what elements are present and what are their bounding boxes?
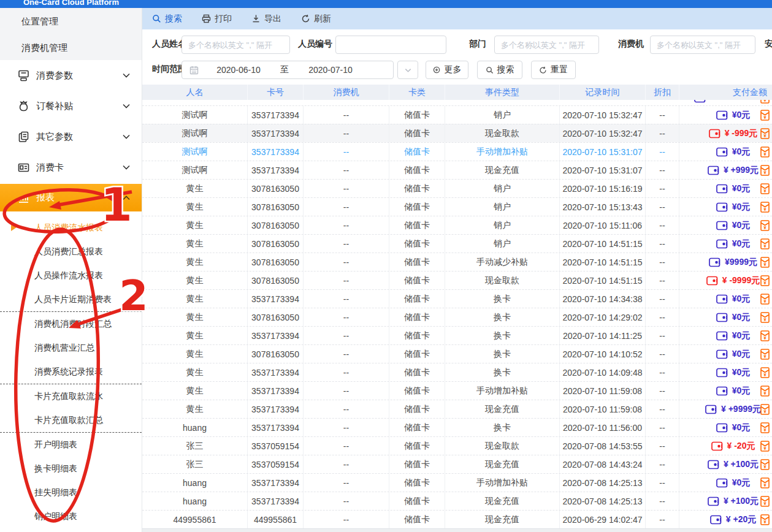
sidebar-item-consume-card[interactable]: 消费卡: [0, 152, 142, 183]
table-row[interactable]: 黄生 3537173394 -- 储值卡 手动增加补贴 2020-07-10 1…: [142, 381, 772, 400]
table-row[interactable]: huang 3537173394 -- 储值卡 换卡 2020-07-10 11…: [142, 418, 772, 436]
date-preset-dropdown-button[interactable]: [397, 61, 418, 79]
table-row[interactable]: 黄生 3537173394 -- 储值卡 换卡 2020-07-10 14:09…: [142, 363, 772, 381]
col-header-name[interactable]: 人名: [142, 85, 248, 100]
red-envelope-icon[interactable]: ¥: [760, 128, 770, 139]
col-header-event-type[interactable]: 事件类型: [445, 85, 560, 100]
table-row[interactable]: 黄生 3078163050 -- 储值卡 销户 2020-07-10 14:51…: [142, 234, 772, 253]
search-button[interactable]: 搜索: [477, 61, 522, 79]
table-row[interactable]: 黄生 3078163050 -- 储值卡 手动减少补贴 2020-07-10 1…: [142, 253, 772, 271]
col-header-card-type[interactable]: 卡类: [389, 85, 445, 100]
machine-input[interactable]: [650, 36, 755, 54]
red-envelope-icon[interactable]: ¥: [760, 496, 770, 507]
submenu-item[interactable]: 销户明细表: [0, 504, 142, 528]
table-row[interactable]: 测试啊 3537173394 -- 储值卡 手动增加补贴 2020-07-10 …: [142, 142, 772, 161]
toolbar-print-button[interactable]: 打印: [202, 13, 232, 25]
date-from-value[interactable]: 2020-06-10: [205, 65, 272, 75]
table-row[interactable]: 张三 3537059154 -- 储值卡 现金充值 2020-07-08 14:…: [142, 455, 772, 473]
sidebar-item-consume-params[interactable]: 消费参数: [0, 60, 142, 91]
cell-name: 张三: [142, 455, 248, 473]
svg-text:¥: ¥: [763, 132, 766, 138]
red-envelope-icon[interactable]: ¥: [760, 312, 770, 323]
submenu-item[interactable]: 消费机消费时段汇总: [0, 312, 142, 336]
table-row[interactable]: 测试啊 3537173394 -- 储值卡 现金取款 2020-07-10 15…: [142, 124, 772, 142]
submenu-item[interactable]: 人员消费汇总报表: [0, 240, 142, 264]
red-envelope-icon[interactable]: ¥: [760, 183, 770, 194]
toolbar-refresh-button[interactable]: 刷新: [301, 13, 331, 25]
table-row[interactable]: huang 3537173394 -- 储值卡 现金充值 2020-07-08 …: [142, 492, 772, 510]
cell-card-type: 储值卡: [389, 419, 445, 436]
col-header-discount[interactable]: 折扣: [646, 85, 679, 100]
svg-text:¥: ¥: [763, 169, 766, 175]
red-envelope-icon[interactable]: ¥: [760, 100, 770, 104]
horizontal-scrollbar-track[interactable]: [142, 528, 772, 532]
red-envelope-icon[interactable]: ¥: [760, 165, 770, 176]
toolbar-search-button[interactable]: 搜索: [152, 13, 182, 25]
submenu-item[interactable]: 挂失明细表: [0, 481, 142, 504]
table-row[interactable]: 黄生 3078163050 -- 储值卡 换卡 2020-07-10 14:10…: [142, 344, 772, 363]
sidebar-item-reports[interactable]: 报表: [0, 184, 142, 211]
sidebar-item-machine-management[interactable]: 消费机管理: [0, 34, 142, 61]
red-envelope-icon[interactable]: ¥: [760, 514, 770, 525]
red-envelope-icon[interactable]: ¥: [760, 404, 770, 415]
sidebar-item-meal-subsidy[interactable]: 订餐补贴: [0, 91, 142, 121]
submenu-item[interactable]: 消费系统记录报表: [0, 360, 142, 384]
submenu-item[interactable]: 开户明细表: [0, 433, 142, 457]
red-envelope-icon[interactable]: ¥: [760, 349, 770, 360]
table-row[interactable]: 黄生 3078163050 -- 储值卡 销户 2020-07-10 15:13…: [142, 197, 772, 216]
red-envelope-icon[interactable]: ¥: [760, 275, 770, 286]
sidebar-item-other-params[interactable]: 其它参数: [0, 121, 142, 152]
submenu-item[interactable]: 卡片充值取款流水: [0, 384, 142, 408]
toolbar-print-label: 打印: [215, 13, 232, 25]
red-envelope-icon[interactable]: ¥: [760, 294, 770, 305]
person-name-input[interactable]: [182, 36, 290, 54]
red-envelope-icon[interactable]: ¥: [760, 146, 770, 158]
red-envelope-icon[interactable]: ¥: [760, 477, 770, 488]
wallet-icon: [709, 257, 720, 267]
table-row[interactable]: 449955861 449955861 -- 储值卡 现金充值 2020-06-…: [142, 510, 772, 528]
submenu-item[interactable]: 人员卡片近期消费表: [0, 287, 142, 311]
col-header-machine[interactable]: 消费机: [304, 85, 389, 100]
red-envelope-icon[interactable]: ¥: [760, 238, 770, 249]
submenu-item[interactable]: 换卡明细表: [0, 457, 142, 481]
table-row[interactable]: 测试啊 3537173394 -- 储值卡 现金充值 2020-07-10 15…: [142, 161, 772, 179]
red-envelope-icon[interactable]: ¥: [760, 367, 770, 378]
sidebar-item-location-management[interactable]: 位置管理: [0, 8, 142, 34]
red-envelope-icon[interactable]: ¥: [760, 220, 770, 231]
submenu-item[interactable]: 消费机营业汇总: [0, 336, 142, 360]
table-row[interactable]: 黄生 3078163050 -- 储值卡 换卡 2020-07-10 14:29…: [142, 308, 772, 326]
red-envelope-icon[interactable]: ¥: [760, 422, 770, 433]
table-row[interactable]: huang 3537173394 -- 储值卡 手动增加补贴 2020-07-0…: [142, 473, 772, 492]
more-filters-button[interactable]: 更多: [426, 61, 468, 79]
col-header-pay-amount[interactable]: 支付金额: [679, 85, 772, 100]
submenu-item[interactable]: 人员操作流水报表: [0, 264, 142, 287]
cell-event-type: 销户: [445, 216, 560, 234]
red-envelope-icon[interactable]: ¥: [760, 386, 770, 397]
col-header-card-no[interactable]: 卡号: [248, 85, 304, 100]
red-envelope-icon[interactable]: ¥: [760, 441, 770, 452]
submenu-item[interactable]: 人员消费流水报表: [0, 216, 142, 240]
red-envelope-icon[interactable]: ¥: [760, 257, 770, 268]
toolbar-export-button[interactable]: 导出: [251, 13, 281, 25]
reset-button[interactable]: 重置: [531, 61, 576, 79]
table-row[interactable]: 张三 3537059154 -- 储值卡 现金取款 2020-07-08 14:…: [142, 436, 772, 455]
table-row[interactable]: 黄生 3537173394 -- 储值卡 现金充值 2020-07-10 11:…: [142, 400, 772, 418]
red-envelope-icon[interactable]: ¥: [760, 459, 770, 470]
red-envelope-icon[interactable]: ¥: [760, 202, 770, 213]
person-id-input[interactable]: [335, 36, 446, 54]
table-row[interactable]: 黄生 3078163050 -- 储值卡 销户 2020-07-10 15:11…: [142, 216, 772, 234]
col-header-record-time[interactable]: 记录时间: [560, 85, 646, 100]
red-envelope-icon[interactable]: ¥: [760, 110, 770, 121]
submenu-item[interactable]: 卡片充值取款汇总: [0, 408, 142, 432]
table-row[interactable]: 黄生 3537173394 -- 储值卡 换卡 2020-07-10 14:34…: [142, 289, 772, 308]
table-row[interactable]: 黄生 3537173394 -- 储值卡 换卡 2020-07-10 14:11…: [142, 326, 772, 344]
table-row[interactable]: 测试啊 3537173394 -- 储值卡 销户 2020-07-10 15:3…: [142, 105, 772, 124]
date-to-value[interactable]: 2020-07-10: [297, 65, 364, 75]
submenu-item-label: 挂失明细表: [34, 487, 77, 497]
svg-text:¥: ¥: [763, 224, 766, 230]
date-range-input[interactable]: 2020-06-10 至 2020-07-10: [182, 61, 394, 79]
department-input[interactable]: [494, 36, 599, 54]
table-row[interactable]: 黄生 3078163050 -- 储值卡 销户 2020-07-10 15:16…: [142, 179, 772, 197]
table-row[interactable]: 黄生 3078163050 -- 储值卡 现金取款 2020-07-10 14:…: [142, 271, 772, 289]
red-envelope-icon[interactable]: ¥: [760, 330, 770, 341]
